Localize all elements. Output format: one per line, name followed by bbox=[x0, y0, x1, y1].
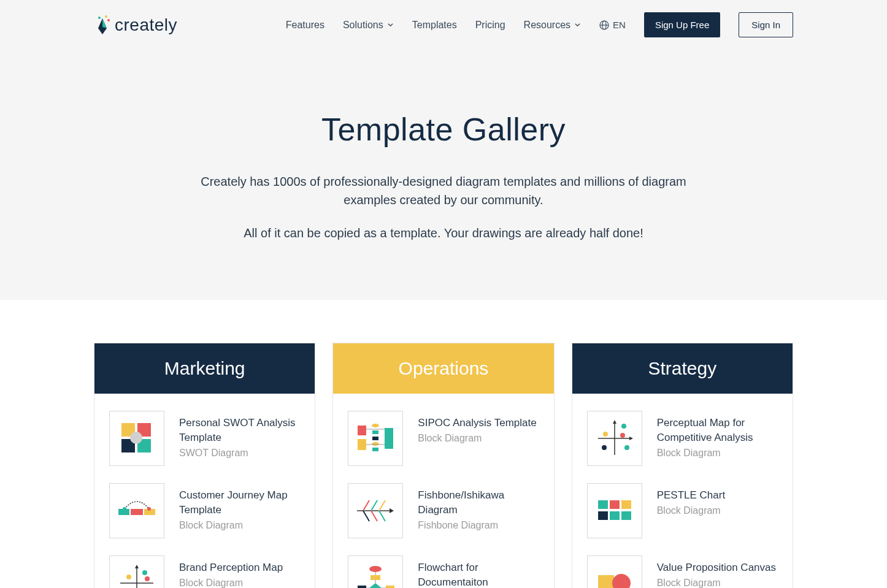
template-info: Value Proposition CanvasBlock Diagram bbox=[657, 556, 776, 588]
template-item[interactable]: Customer Journey Map TemplateBlock Diagr… bbox=[109, 483, 300, 538]
column-body: Personal SWOT Analysis TemplateSWOT Diag… bbox=[94, 394, 315, 588]
template-item[interactable]: Perceptual Map for Competitive AnalysisB… bbox=[587, 411, 778, 466]
template-item[interactable]: Fishbone/Ishikawa DiagramFishbone Diagra… bbox=[348, 483, 539, 538]
template-info: Perceptual Map for Competitive AnalysisB… bbox=[657, 411, 778, 459]
template-info: SIPOC Analysis TemplateBlock Diagram bbox=[418, 411, 536, 444]
logo[interactable]: creately bbox=[94, 15, 177, 36]
valueprop-thumbnail-icon bbox=[587, 556, 642, 588]
column-header: Marketing bbox=[94, 343, 315, 394]
signup-button[interactable]: Sign Up Free bbox=[644, 12, 720, 37]
pestle-thumbnail-icon bbox=[587, 483, 642, 538]
nav-features[interactable]: Features bbox=[286, 20, 324, 31]
template-info: Brand Perception MapBlock Diagram bbox=[179, 556, 283, 588]
template-type: SWOT Diagram bbox=[179, 448, 300, 459]
template-info: Flowchart for DocumentaitonFlowchart bbox=[418, 556, 539, 588]
page-title: Template Gallery bbox=[180, 111, 707, 148]
template-title: Perceptual Map for Competitive Analysis bbox=[657, 416, 778, 445]
signin-button[interactable]: Sign In bbox=[739, 12, 793, 37]
nav-solutions[interactable]: Solutions bbox=[343, 20, 394, 31]
template-type: Block Diagram bbox=[657, 448, 778, 459]
template-type: Block Diagram bbox=[179, 520, 300, 531]
template-title: Flowchart for Documentaiton bbox=[418, 560, 539, 588]
nav-templates[interactable]: Templates bbox=[412, 20, 457, 31]
swot-thumbnail-icon bbox=[109, 411, 164, 466]
chevron-down-icon bbox=[387, 21, 394, 28]
template-type: Block Diagram bbox=[179, 578, 283, 588]
main-content: MarketingPersonal SWOT Analysis Template… bbox=[75, 343, 812, 588]
template-title: Customer Journey Map Template bbox=[179, 488, 300, 517]
logo-icon bbox=[94, 15, 111, 36]
template-title: SIPOC Analysis Template bbox=[418, 416, 536, 430]
template-item[interactable]: Personal SWOT Analysis TemplateSWOT Diag… bbox=[109, 411, 300, 466]
template-type: Block Diagram bbox=[657, 505, 726, 516]
template-item[interactable]: SIPOC Analysis TemplateBlock Diagram bbox=[348, 411, 539, 466]
template-item[interactable]: Brand Perception MapBlock Diagram bbox=[109, 556, 300, 588]
hero-description-1: Creately has 1000s of professionally-des… bbox=[180, 172, 707, 209]
flowchart-thumbnail-icon bbox=[348, 556, 403, 588]
template-type: Fishbone Diagram bbox=[418, 520, 539, 531]
template-info: Fishbone/Ishikawa DiagramFishbone Diagra… bbox=[418, 483, 539, 531]
template-item[interactable]: PESTLE ChartBlock Diagram bbox=[587, 483, 778, 538]
column-header: Operations bbox=[333, 343, 553, 394]
perception-thumbnail-icon bbox=[109, 556, 164, 588]
svg-point-66 bbox=[107, 19, 110, 21]
template-title: PESTLE Chart bbox=[657, 488, 726, 503]
chevron-down-icon bbox=[574, 21, 581, 28]
main-nav: Features Solutions Templates Pricing Res… bbox=[286, 12, 793, 37]
hero-description-2: All of it can be copied as a template. Y… bbox=[180, 224, 707, 242]
column-header: Strategy bbox=[572, 343, 793, 394]
template-column: OperationsSIPOC Analysis TemplateBlock D… bbox=[332, 343, 554, 588]
template-title: Personal SWOT Analysis Template bbox=[179, 416, 300, 445]
journey-thumbnail-icon bbox=[109, 483, 164, 538]
hero: Template Gallery Creately has 1000s of p… bbox=[167, 111, 720, 242]
template-column: StrategyPerceptual Map for Competitive A… bbox=[572, 343, 793, 588]
column-body: Perceptual Map for Competitive AnalysisB… bbox=[572, 394, 793, 588]
template-item[interactable]: Value Proposition CanvasBlock Diagram bbox=[587, 556, 778, 588]
template-info: Customer Journey Map TemplateBlock Diagr… bbox=[179, 483, 300, 531]
language-selector[interactable]: EN bbox=[599, 20, 626, 30]
svg-point-64 bbox=[105, 15, 107, 18]
logo-text: creately bbox=[115, 15, 177, 35]
svg-point-65 bbox=[98, 17, 101, 19]
template-title: Value Proposition Canvas bbox=[657, 560, 776, 575]
header: creately Features Solutions Templates Pr… bbox=[75, 0, 812, 62]
template-info: PESTLE ChartBlock Diagram bbox=[657, 483, 726, 516]
template-column: MarketingPersonal SWOT Analysis Template… bbox=[94, 343, 315, 588]
template-title: Fishbone/Ishikawa Diagram bbox=[418, 488, 539, 517]
template-type: Block Diagram bbox=[657, 578, 776, 588]
globe-icon bbox=[599, 20, 609, 30]
template-columns: MarketingPersonal SWOT Analysis Template… bbox=[94, 343, 793, 588]
template-type: Block Diagram bbox=[418, 433, 536, 444]
template-item[interactable]: Flowchart for DocumentaitonFlowchart bbox=[348, 556, 539, 588]
fishbone-thumbnail-icon bbox=[348, 483, 403, 538]
nav-resources[interactable]: Resources bbox=[524, 20, 581, 31]
perceptual-thumbnail-icon bbox=[587, 411, 642, 466]
column-body: SIPOC Analysis TemplateBlock DiagramFish… bbox=[333, 394, 553, 588]
template-info: Personal SWOT Analysis TemplateSWOT Diag… bbox=[179, 411, 300, 459]
nav-pricing[interactable]: Pricing bbox=[475, 20, 505, 31]
template-title: Brand Perception Map bbox=[179, 560, 283, 575]
sipoc-thumbnail-icon bbox=[348, 411, 403, 466]
